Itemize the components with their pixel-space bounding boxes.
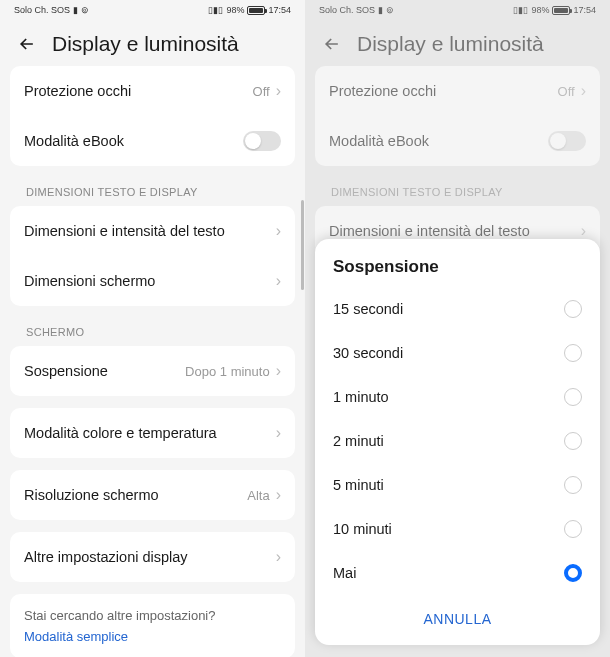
sheet-option-label: 30 secondi: [333, 345, 403, 361]
sheet-option-label: 2 minuti: [333, 433, 384, 449]
radio-selected-icon[interactable]: [564, 564, 582, 582]
row-label: Dimensioni schermo: [24, 273, 155, 289]
footer-question: Stai cercando altre impostazioni?: [24, 608, 281, 623]
row-label: Dimensioni e intensità del testo: [329, 223, 530, 239]
row-eye-protection[interactable]: Protezione occhi Off ›: [315, 66, 600, 116]
radio-icon[interactable]: [564, 476, 582, 494]
page-title: Display e luminosità: [357, 32, 544, 56]
row-label: Modalità eBook: [24, 133, 124, 149]
sheet-option[interactable]: 10 minuti: [315, 507, 600, 551]
chevron-right-icon: ›: [276, 548, 281, 566]
chevron-right-icon: ›: [276, 272, 281, 290]
signal-icon: ▮: [73, 5, 78, 15]
radio-icon[interactable]: [564, 344, 582, 362]
bottom-sheet-sleep: Sospensione 15 secondi30 secondi1 minuto…: [315, 239, 600, 645]
phone-screen-right: Solo Ch. SOS ▮ ⊚ ▯▮▯ 98% 17:54 Display e…: [305, 0, 610, 657]
battery-text: 98%: [531, 5, 549, 15]
radio-icon[interactable]: [564, 388, 582, 406]
vibrate-icon: ▯▮▯: [208, 5, 223, 15]
row-eye-protection[interactable]: Protezione occhi Off ›: [10, 66, 295, 116]
chevron-right-icon: ›: [276, 362, 281, 380]
chevron-right-icon: ›: [581, 222, 586, 240]
row-value: Dopo 1 minuto: [185, 364, 270, 379]
sheet-option[interactable]: 2 minuti: [315, 419, 600, 463]
row-label: Protezione occhi: [329, 83, 436, 99]
row-color-temp[interactable]: Modalità colore e temperatura ›: [10, 408, 295, 458]
vibrate-icon: ▯▮▯: [513, 5, 528, 15]
row-label: Protezione occhi: [24, 83, 131, 99]
footer-card: Stai cercando altre impostazioni? Modali…: [10, 594, 295, 657]
header: Display e luminosità: [305, 18, 610, 66]
toggle-switch[interactable]: [243, 131, 281, 151]
carrier-text: Solo Ch. SOS: [14, 5, 70, 15]
header: Display e luminosità: [0, 18, 305, 66]
row-screen-size[interactable]: Dimensioni schermo ›: [10, 256, 295, 306]
row-label: Risoluzione schermo: [24, 487, 159, 503]
back-button[interactable]: [321, 33, 343, 55]
sheet-option-label: 10 minuti: [333, 521, 392, 537]
cancel-button[interactable]: ANNULLA: [315, 595, 600, 645]
sheet-option-label: 15 secondi: [333, 301, 403, 317]
chevron-right-icon: ›: [581, 82, 586, 100]
scrollbar[interactable]: [301, 200, 304, 290]
status-bar: Solo Ch. SOS ▮ ⊚ ▯▮▯ 98% 17:54: [305, 0, 610, 18]
sheet-option-label: Mai: [333, 565, 356, 581]
sheet-option[interactable]: 1 minuto: [315, 375, 600, 419]
section-header-text: DIMENSIONI TESTO E DISPLAY: [315, 178, 600, 206]
sheet-option-label: 5 minuti: [333, 477, 384, 493]
carrier-text: Solo Ch. SOS: [319, 5, 375, 15]
row-label: Modalità eBook: [329, 133, 429, 149]
row-label: Sospensione: [24, 363, 108, 379]
row-resolution[interactable]: Risoluzione schermo Alta ›: [10, 470, 295, 520]
signal-icon: ▮: [378, 5, 383, 15]
section-header-text: DIMENSIONI TESTO E DISPLAY: [10, 178, 295, 206]
row-value: Off: [558, 84, 575, 99]
radio-icon[interactable]: [564, 300, 582, 318]
row-sleep[interactable]: Sospensione Dopo 1 minuto ›: [10, 346, 295, 396]
sheet-option-label: 1 minuto: [333, 389, 389, 405]
row-more-settings[interactable]: Altre impostazioni display ›: [10, 532, 295, 582]
wifi-icon: ⊚: [386, 5, 394, 15]
row-value: Off: [253, 84, 270, 99]
sheet-option[interactable]: Mai: [315, 551, 600, 595]
back-arrow-icon: [322, 34, 342, 54]
sheet-option[interactable]: 30 secondi: [315, 331, 600, 375]
wifi-icon: ⊚: [81, 5, 89, 15]
row-label: Modalità colore e temperatura: [24, 425, 217, 441]
battery-text: 98%: [226, 5, 244, 15]
radio-icon[interactable]: [564, 520, 582, 538]
status-bar: Solo Ch. SOS ▮ ⊚ ▯▮▯ 98% 17:54: [0, 0, 305, 18]
sheet-option[interactable]: 15 secondi: [315, 287, 600, 331]
chevron-right-icon: ›: [276, 486, 281, 504]
back-arrow-icon: [17, 34, 37, 54]
phone-screen-left: Solo Ch. SOS ▮ ⊚ ▯▮▯ 98% 17:54 Display e…: [0, 0, 305, 657]
row-label: Altre impostazioni display: [24, 549, 188, 565]
time-text: 17:54: [268, 5, 291, 15]
row-label: Dimensioni e intensità del testo: [24, 223, 225, 239]
section-header-screen: SCHERMO: [10, 318, 295, 346]
chevron-right-icon: ›: [276, 82, 281, 100]
toggle-switch[interactable]: [548, 131, 586, 151]
chevron-right-icon: ›: [276, 424, 281, 442]
footer-link-simple-mode[interactable]: Modalità semplice: [24, 629, 281, 644]
chevron-right-icon: ›: [276, 222, 281, 240]
radio-icon[interactable]: [564, 432, 582, 450]
row-ebook-mode[interactable]: Modalità eBook: [315, 116, 600, 166]
time-text: 17:54: [573, 5, 596, 15]
row-ebook-mode[interactable]: Modalità eBook: [10, 116, 295, 166]
row-value: Alta: [247, 488, 269, 503]
sheet-title: Sospensione: [315, 239, 600, 287]
battery-icon: [552, 6, 570, 15]
back-button[interactable]: [16, 33, 38, 55]
sheet-option[interactable]: 5 minuti: [315, 463, 600, 507]
row-text-size[interactable]: Dimensioni e intensità del testo ›: [10, 206, 295, 256]
page-title: Display e luminosità: [52, 32, 239, 56]
battery-icon: [247, 6, 265, 15]
